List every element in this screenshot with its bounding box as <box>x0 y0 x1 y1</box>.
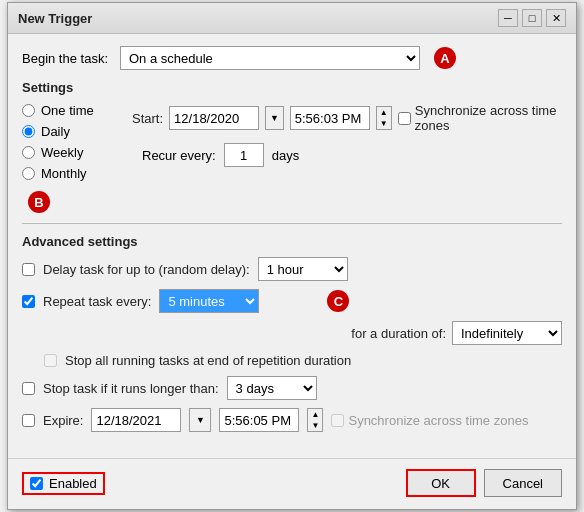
begin-task-label: Begin the task: <box>22 51 112 66</box>
for-duration-label: for a duration of: <box>351 326 446 341</box>
start-row: Start: ▼ ▲ ▼ Synchronize across time zon… <box>132 103 562 133</box>
close-button[interactable]: ✕ <box>546 9 566 27</box>
advanced-section: Advanced settings Delay task for up to (… <box>22 234 562 432</box>
expire-time-spinner[interactable]: ▲ ▼ <box>307 408 323 432</box>
expire-time-input[interactable] <box>219 408 299 432</box>
expire-sync-checkbox[interactable] <box>331 414 344 427</box>
footer-buttons: OK Cancel <box>406 469 562 497</box>
start-label: Start: <box>132 111 163 126</box>
radio-group: One time Daily Weekly Monthly B <box>22 103 112 213</box>
expire-sync-label[interactable]: Synchronize across time zones <box>331 413 528 428</box>
expire-date-input[interactable] <box>91 408 181 432</box>
settings-right: Start: ▼ ▲ ▼ Synchronize across time zon… <box>132 103 562 213</box>
badge-a: A <box>434 47 456 69</box>
enabled-label[interactable]: Enabled <box>22 472 105 495</box>
time-spinner[interactable]: ▲ ▼ <box>376 106 392 130</box>
radio-weekly[interactable]: Weekly <box>22 145 112 160</box>
new-trigger-dialog: New Trigger ─ □ ✕ Begin the task: On a s… <box>7 2 577 510</box>
stop-longer-row: Stop task if it runs longer than: 3 days… <box>22 376 562 400</box>
title-bar-buttons: ─ □ ✕ <box>498 9 566 27</box>
delay-select[interactable]: 1 hour 30 minutes 1 day <box>258 257 348 281</box>
minimize-button[interactable]: ─ <box>498 9 518 27</box>
expire-label: Expire: <box>43 413 83 428</box>
enabled-checkbox[interactable] <box>30 477 43 490</box>
start-date-input[interactable] <box>169 106 259 130</box>
cancel-button[interactable]: Cancel <box>484 469 562 497</box>
delay-task-row: Delay task for up to (random delay): 1 h… <box>22 257 562 281</box>
recur-value-input[interactable] <box>224 143 264 167</box>
badge-b: B <box>28 191 50 213</box>
radio-monthly[interactable]: Monthly <box>22 166 112 181</box>
expire-checkbox[interactable] <box>22 414 35 427</box>
stop-running-label: Stop all running tasks at end of repetit… <box>65 353 351 368</box>
delay-label: Delay task for up to (random delay): <box>43 262 250 277</box>
recur-unit: days <box>272 148 299 163</box>
stop-longer-label: Stop task if it runs longer than: <box>43 381 219 396</box>
expire-time-up-button[interactable]: ▲ <box>308 409 322 420</box>
ok-button[interactable]: OK <box>406 469 476 497</box>
advanced-label: Advanced settings <box>22 234 562 249</box>
divider-1 <box>22 223 562 224</box>
radio-daily[interactable]: Daily <box>22 124 112 139</box>
stop-running-row: Stop all running tasks at end of repetit… <box>22 353 562 368</box>
maximize-button[interactable]: □ <box>522 9 542 27</box>
badge-c: C <box>327 290 349 312</box>
stop-running-checkbox[interactable] <box>44 354 57 367</box>
sync-label: Synchronize across time zones <box>415 103 562 133</box>
stop-longer-select[interactable]: 3 days 1 day 2 days <box>227 376 317 400</box>
for-duration-group: for a duration of: Indefinitely 1 hour 3… <box>351 321 562 345</box>
dialog-title: New Trigger <box>18 11 92 26</box>
begin-task-row: Begin the task: On a schedule At log on … <box>22 46 562 70</box>
time-down-button[interactable]: ▼ <box>377 118 391 129</box>
radio-one-time[interactable]: One time <box>22 103 112 118</box>
sync-checkbox-label[interactable]: Synchronize across time zones <box>398 103 562 133</box>
expire-sync-text: Synchronize across time zones <box>348 413 528 428</box>
title-bar: New Trigger ─ □ ✕ <box>8 3 576 34</box>
recur-row: Recur every: days <box>132 143 562 167</box>
settings-label: Settings <box>22 80 562 95</box>
expire-row: Expire: ▼ ▲ ▼ Synchronize across time zo… <box>22 408 562 432</box>
date-picker-button[interactable]: ▼ <box>265 106 284 130</box>
for-duration-select[interactable]: Indefinitely 1 hour 30 minutes 1 day <box>452 321 562 345</box>
expire-time-down-button[interactable]: ▼ <box>308 420 322 431</box>
sync-checkbox[interactable] <box>398 112 411 125</box>
begin-task-select[interactable]: On a schedule At log on At startup On id… <box>120 46 420 70</box>
enabled-text: Enabled <box>49 476 97 491</box>
expire-date-picker-button[interactable]: ▼ <box>189 408 211 432</box>
repeat-select[interactable]: 5 minutes 10 minutes 15 minutes 30 minut… <box>159 289 259 313</box>
stop-longer-checkbox[interactable] <box>22 382 35 395</box>
time-up-button[interactable]: ▲ <box>377 107 391 118</box>
delay-checkbox[interactable] <box>22 263 35 276</box>
footer-row: Enabled OK Cancel <box>8 458 576 509</box>
start-time-input[interactable] <box>290 106 370 130</box>
repeat-task-row: Repeat task every: 5 minutes 10 minutes … <box>22 289 562 345</box>
recur-label: Recur every: <box>142 148 216 163</box>
repeat-checkbox[interactable] <box>22 295 35 308</box>
repeat-label: Repeat task every: <box>43 294 151 309</box>
dialog-body: Begin the task: On a schedule At log on … <box>8 34 576 452</box>
settings-box: One time Daily Weekly Monthly B Start: <box>22 103 562 213</box>
